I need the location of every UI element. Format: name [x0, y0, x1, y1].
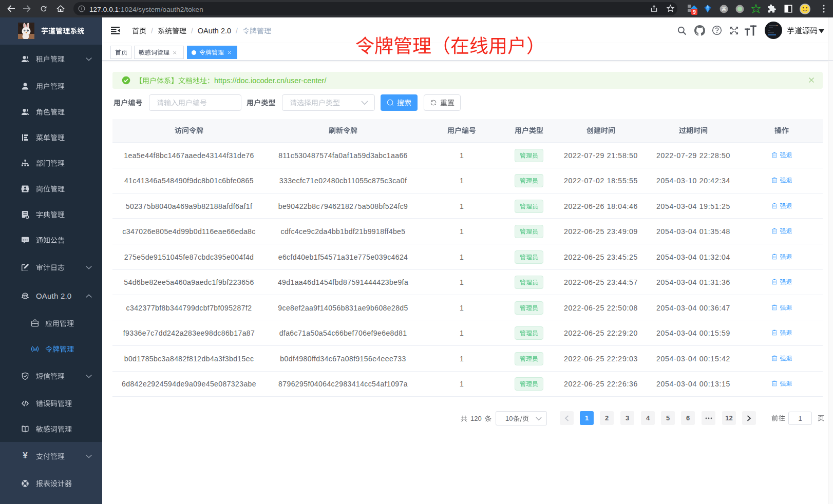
svg-text:a: a [34, 347, 36, 351]
svg-text:⌘: ⌘ [721, 6, 726, 12]
svg-text:9: 9 [693, 9, 696, 15]
